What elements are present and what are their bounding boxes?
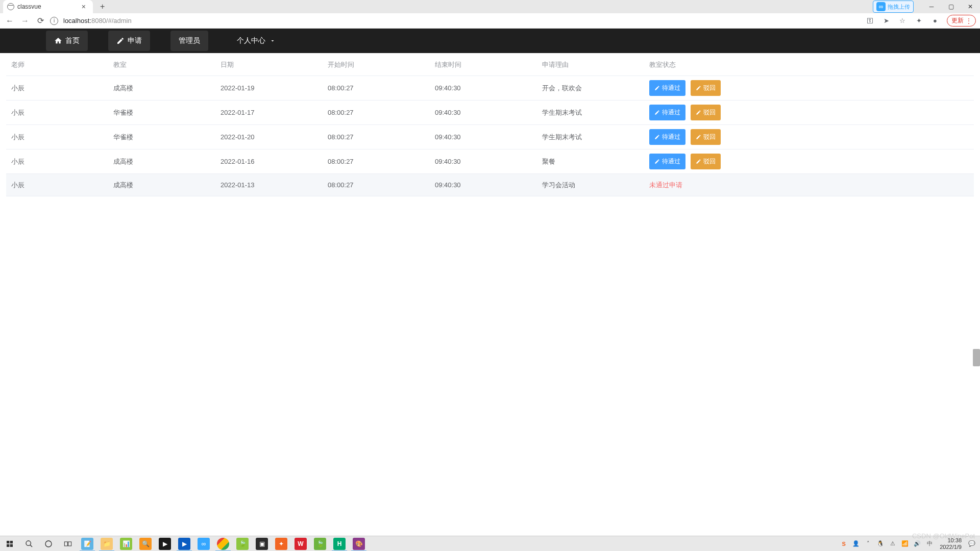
cell-reason: 学生期末考试 <box>542 108 649 117</box>
cell-reason: 学习会活动 <box>542 181 649 190</box>
browser-titlebar: classvue × + ∞ 拖拽上传 ─ ▢ ✕ <box>0 0 980 13</box>
nav-admin[interactable]: 管理员 <box>170 31 208 51</box>
cell-date: 2022-01-16 <box>220 158 328 165</box>
th-start: 开始时间 <box>328 60 435 69</box>
cell-reason: 聚餐 <box>542 157 649 166</box>
maximize-button[interactable]: ▢ <box>941 0 961 13</box>
key-icon[interactable]: ⚿ <box>865 16 874 26</box>
status-rejected-label: 未通过申请 <box>649 181 974 190</box>
close-tab-icon[interactable]: × <box>80 3 88 11</box>
cell-date: 2022-01-19 <box>220 84 328 92</box>
nav-admin-label: 管理员 <box>179 36 200 45</box>
th-reason: 申请理由 <box>542 60 649 69</box>
close-window-button[interactable]: ✕ <box>961 0 980 13</box>
th-end: 结束时间 <box>435 60 542 69</box>
cloud-icon: ∞ <box>876 2 886 11</box>
cell-teacher: 小辰 <box>6 108 113 117</box>
home-icon <box>54 37 62 45</box>
cell-status: 待通过 驳回 <box>649 80 974 96</box>
cell-date: 2022-01-13 <box>220 181 328 189</box>
approve-button[interactable]: 待通过 <box>649 105 685 120</box>
cell-status: 待通过 驳回 <box>649 154 974 169</box>
table-row: 小辰成高楼2022-01-1908:00:2709:40:30开会，联欢会 待通… <box>6 76 974 101</box>
cell-teacher: 小辰 <box>6 181 113 190</box>
cell-start: 08:00:27 <box>328 158 435 165</box>
nav-personal[interactable]: 个人中心 <box>229 31 285 51</box>
globe-icon <box>7 3 14 10</box>
cell-room: 成高楼 <box>113 157 220 166</box>
site-info-icon[interactable]: i <box>50 17 58 25</box>
cell-end: 09:40:30 <box>435 84 542 92</box>
update-button[interactable]: 更新⋮ <box>947 15 976 27</box>
th-status: 教室状态 <box>649 60 974 69</box>
cell-status: 待通过 驳回 <box>649 105 974 120</box>
tab-title: classvue <box>17 3 80 10</box>
star-icon[interactable]: ☆ <box>898 16 907 26</box>
cell-reason: 开会，联欢会 <box>542 84 649 93</box>
cell-start: 08:00:27 <box>328 84 435 92</box>
new-tab-button[interactable]: + <box>97 2 108 11</box>
cell-teacher: 小辰 <box>6 157 113 166</box>
app-navbar: 首页 申请 管理员 个人中心 <box>0 29 980 53</box>
forward-button[interactable]: → <box>19 15 31 27</box>
cell-room: 华雀楼 <box>113 133 220 142</box>
cell-start: 08:00:27 <box>328 133 435 141</box>
cell-room: 成高楼 <box>113 84 220 93</box>
table-row: 小辰华雀楼2022-01-1708:00:2709:40:30学生期末考试 待通… <box>6 101 974 125</box>
table-header-row: 老师 教室 日期 开始时间 结束时间 申请理由 教室状态 <box>6 54 974 76</box>
address-bar[interactable]: localhost:8080/#/admin <box>63 17 861 24</box>
approve-button[interactable]: 待通过 <box>649 154 685 169</box>
reject-button[interactable]: 驳回 <box>691 154 721 169</box>
nav-apply-label: 申请 <box>128 36 142 45</box>
nav-apply[interactable]: 申请 <box>108 31 150 51</box>
applications-table: 老师 教室 日期 开始时间 结束时间 申请理由 教室状态 小辰成高楼2022-0… <box>6 54 974 196</box>
cell-start: 08:00:27 <box>328 181 435 189</box>
approve-button[interactable]: 待通过 <box>649 80 685 96</box>
cell-end: 09:40:30 <box>435 133 542 141</box>
table-row: 小辰成高楼2022-01-1308:00:2709:40:30学习会活动未通过申… <box>6 174 974 196</box>
table-row: 小辰成高楼2022-01-1608:00:2709:40:30聚餐 待通过 驳回 <box>6 149 974 174</box>
profile-icon[interactable]: ● <box>930 16 940 26</box>
cell-end: 09:40:30 <box>435 158 542 165</box>
table-row: 小辰华雀楼2022-01-2008:00:2709:40:30学生期末考试 待通… <box>6 125 974 149</box>
chevron-down-icon <box>268 37 277 45</box>
cell-room: 成高楼 <box>113 181 220 190</box>
cell-end: 09:40:30 <box>435 181 542 189</box>
nav-personal-label: 个人中心 <box>237 36 265 45</box>
extensions-icon[interactable]: ✦ <box>914 16 923 26</box>
baidu-upload-button[interactable]: ∞ 拖拽上传 <box>873 1 914 13</box>
send-icon[interactable]: ➤ <box>881 16 891 26</box>
cell-end: 09:40:30 <box>435 109 542 116</box>
minimize-button[interactable]: ─ <box>922 0 941 13</box>
nav-home-label: 首页 <box>65 36 80 45</box>
th-date: 日期 <box>220 60 328 69</box>
baidu-upload-label: 拖拽上传 <box>888 3 910 11</box>
reload-button[interactable]: ⟳ <box>35 15 46 27</box>
cell-date: 2022-01-17 <box>220 109 328 116</box>
cell-reason: 学生期末考试 <box>542 133 649 142</box>
reject-button[interactable]: 驳回 <box>691 80 721 96</box>
browser-tab[interactable]: classvue × <box>3 0 93 13</box>
th-teacher: 老师 <box>6 60 113 69</box>
cell-room: 华雀楼 <box>113 108 220 117</box>
reject-button[interactable]: 驳回 <box>691 105 721 120</box>
browser-toolbar: ← → ⟳ i localhost:8080/#/admin ⚿ ➤ ☆ ✦ ●… <box>0 13 980 29</box>
cell-start: 08:00:27 <box>328 109 435 116</box>
cell-date: 2022-01-20 <box>220 133 328 141</box>
cell-status: 待通过 驳回 <box>649 129 974 145</box>
approve-button[interactable]: 待通过 <box>649 129 685 145</box>
cell-teacher: 小辰 <box>6 84 113 93</box>
back-button[interactable]: ← <box>4 15 15 27</box>
th-room: 教室 <box>113 60 220 69</box>
nav-home[interactable]: 首页 <box>46 31 88 51</box>
edit-icon <box>116 37 125 45</box>
cell-teacher: 小辰 <box>6 133 113 142</box>
reject-button[interactable]: 驳回 <box>691 129 721 145</box>
